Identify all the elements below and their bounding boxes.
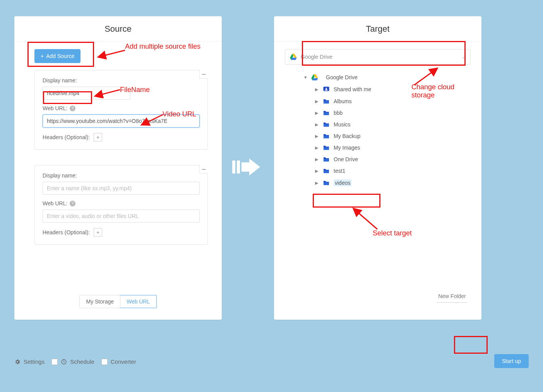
caret-right-icon: ▶ (315, 145, 319, 150)
folder-icon (323, 99, 330, 104)
help-icon[interactable]: ? (70, 201, 75, 206)
caret-right-icon: ▶ (315, 181, 319, 186)
folder-icon (323, 122, 330, 127)
new-folder-button[interactable]: New Folder (437, 291, 468, 303)
headers-row: Headers (Optional): + (43, 133, 200, 141)
tree-root[interactable]: ▼ Google Drive (303, 72, 481, 83)
svg-rect-13 (324, 159, 329, 162)
source-title: Source (14, 16, 222, 41)
remove-card-button[interactable]: − (199, 165, 208, 174)
caret-right-icon: ▶ (315, 157, 319, 162)
source-tabs: My Storage Web URL (14, 295, 222, 308)
tree-folder[interactable]: ▶My Images (315, 142, 481, 153)
svg-rect-9 (324, 112, 329, 115)
gear-icon (14, 359, 21, 365)
tree-folder[interactable]: ▶videos (315, 177, 481, 189)
clock-icon (61, 359, 67, 365)
start-up-button[interactable]: Start up (494, 354, 529, 368)
folder-name: My Backup (334, 133, 360, 139)
source-panel: Source + Add Source − Display name: Web … (14, 16, 222, 320)
folder-name: My Images (334, 145, 360, 151)
checkbox-icon (51, 359, 58, 365)
bottom-bar: Settings Schedule Converter (14, 358, 529, 365)
tree-folder[interactable]: ▶One Drive (315, 153, 481, 165)
checkbox-icon (101, 359, 108, 365)
web-url-input[interactable] (43, 114, 200, 128)
folder-icon (323, 157, 330, 162)
folder-name: Musics (334, 121, 351, 128)
display-name-label: Display name: (43, 77, 200, 84)
converter-toggle[interactable]: Converter (101, 358, 136, 365)
caret-right-icon: ▶ (315, 87, 319, 92)
tree-folder[interactable]: ▶Albums (315, 95, 481, 107)
svg-point-7 (325, 88, 327, 89)
svg-rect-11 (324, 136, 329, 138)
svg-rect-12 (324, 147, 329, 150)
storage-select[interactable]: Google Drive ⌄ (285, 49, 471, 65)
folder-icon (323, 145, 330, 150)
folder-name: One Drive (334, 156, 358, 162)
web-url-label: Web URL: ? (43, 105, 200, 111)
schedule-toggle[interactable]: Schedule (51, 358, 94, 365)
add-source-label: Add Source (46, 53, 74, 59)
tree-folder[interactable]: ▶Shared with me (315, 83, 481, 95)
storage-select-label: Google Drive (301, 54, 332, 60)
folder-icon (323, 180, 330, 186)
folder-name: bbb (334, 110, 343, 116)
svg-rect-14 (324, 170, 329, 173)
caret-right-icon: ▶ (315, 122, 319, 127)
add-header-button[interactable]: + (94, 133, 102, 141)
display-name-label: Display name: (43, 172, 200, 179)
tree-folder[interactable]: ▶Musics (315, 119, 481, 130)
google-drive-icon (290, 54, 297, 60)
settings-button[interactable]: Settings (14, 358, 45, 365)
remove-card-button[interactable]: − (199, 70, 208, 78)
folder-tree: ▼ Google Drive ▶Shared with me▶Albums▶bb… (303, 72, 481, 189)
chevron-down-icon: ⌄ (462, 54, 466, 60)
shared-folder-icon (323, 86, 330, 93)
caret-right-icon: ▶ (315, 134, 319, 139)
plus-icon: + (41, 53, 44, 59)
annotation-box (454, 336, 488, 354)
caret-down-icon: ▼ (303, 75, 307, 80)
svg-rect-8 (324, 101, 329, 104)
tree-folder[interactable]: ▶bbb (315, 107, 481, 119)
target-title: Target (274, 16, 481, 41)
folder-name: Albums (334, 98, 352, 104)
caret-right-icon: ▶ (315, 99, 319, 104)
target-panel: Target Google Drive ⌄ ▼ Google Drive ▶Sh… (274, 16, 481, 320)
help-icon[interactable]: ? (70, 106, 75, 111)
source-card: − Display name: Web URL: ? Headers (Opti… (34, 165, 208, 245)
folder-name: videos (334, 179, 351, 186)
svg-rect-10 (324, 124, 329, 127)
tab-my-storage[interactable]: My Storage (79, 295, 120, 308)
folder-icon (323, 133, 330, 139)
caret-right-icon: ▶ (315, 169, 319, 174)
svg-rect-15 (324, 182, 329, 185)
display-name-input[interactable] (43, 182, 200, 195)
add-header-button[interactable]: + (94, 228, 102, 237)
source-card: − Display name: Web URL: ? Headers (Opti… (34, 70, 208, 150)
folder-name: Shared with me (334, 86, 371, 92)
tab-web-url[interactable]: Web URL (120, 295, 156, 308)
folder-icon (323, 168, 330, 174)
google-drive-icon (311, 74, 318, 80)
web-url-input[interactable] (43, 210, 200, 223)
tree-folder[interactable]: ▶My Backup (315, 130, 481, 142)
add-source-button[interactable]: + Add Source (34, 49, 81, 63)
web-url-label: Web URL: ? (43, 200, 200, 206)
tree-folder[interactable]: ▶test1 (315, 165, 481, 177)
transfer-arrow-icon (232, 159, 260, 176)
headers-row: Headers (Optional): + (43, 228, 200, 237)
folder-icon (323, 110, 330, 116)
folder-name: test1 (334, 168, 345, 174)
display-name-input[interactable] (43, 87, 130, 100)
caret-right-icon: ▶ (315, 111, 319, 116)
